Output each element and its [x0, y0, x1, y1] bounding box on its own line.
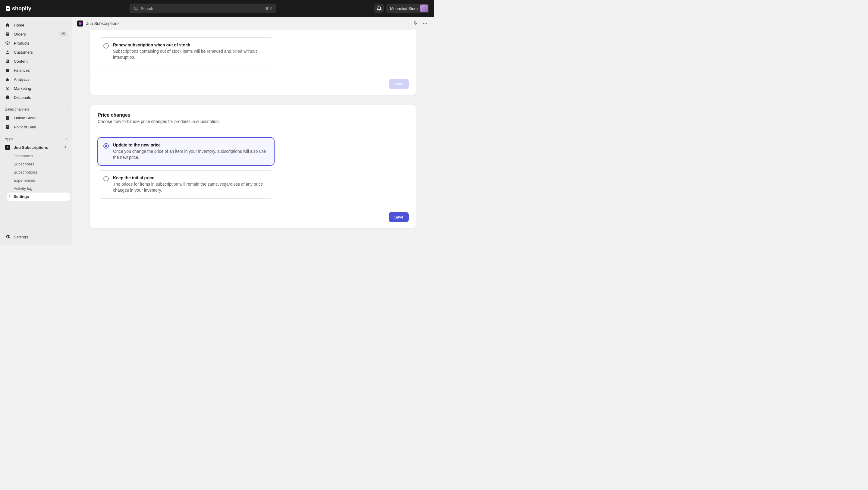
option-desc: Once you change the price of an item in …: [113, 149, 269, 160]
svg-point-20: [426, 23, 427, 24]
radio-icon: [103, 43, 109, 49]
section-title: Price changes: [98, 113, 409, 118]
option-desc: Subscriptions containing out of stock it…: [113, 49, 269, 60]
subnav-label: Experiences: [13, 178, 35, 183]
svg-rect-3: [7, 33, 9, 33]
nav-label: Content: [14, 59, 28, 64]
subnav-label: Settings: [13, 194, 29, 199]
shopify-bag-icon: [5, 5, 11, 12]
subnav-label: Subscribers: [13, 162, 34, 166]
chevron-right-icon: ›: [66, 137, 67, 141]
radio-icon: [103, 143, 109, 149]
card-header: Price changes Choose how to handle price…: [90, 105, 416, 130]
subnav-label: Dashboard: [13, 154, 33, 158]
sidebar: Home Orders 25 Products Customers Conten…: [0, 17, 72, 245]
bell-icon: [376, 6, 382, 11]
svg-point-16: [7, 147, 9, 149]
radio-icon: [103, 176, 109, 181]
search-icon: [133, 6, 138, 11]
stock-settings-card: Renew subscription when out of stock Sub…: [90, 30, 416, 95]
svg-line-1: [137, 9, 138, 10]
nav-label: Finances: [14, 68, 30, 73]
orders-badge: 25: [59, 32, 67, 36]
svg-rect-13: [6, 125, 9, 129]
sales-channels-header[interactable]: Sales channels ›: [2, 105, 70, 113]
nav-analytics[interactable]: Analytics: [2, 75, 70, 84]
nav-discounts[interactable]: Discounts: [2, 93, 70, 102]
subnav-subscriptions[interactable]: Subscriptions: [7, 168, 70, 176]
option-renew-out-of-stock[interactable]: Renew subscription when out of stock Sub…: [98, 37, 274, 65]
subnav-experiences[interactable]: Experiences: [7, 176, 70, 184]
store-menu[interactable]: Moonshot Store: [386, 4, 429, 13]
subnav-activity-log[interactable]: Activity log: [7, 184, 70, 192]
nav-settings[interactable]: Settings: [2, 232, 70, 241]
nav-label: Online Store: [14, 116, 36, 120]
nav-marketing[interactable]: Marketing: [2, 84, 70, 93]
svg-point-19: [425, 23, 426, 24]
svg-rect-12: [6, 118, 9, 120]
main-area: Juo Subscriptions Renew subscription whe…: [72, 17, 434, 245]
content-scroll[interactable]: Renew subscription when out of stock Sub…: [72, 30, 434, 245]
pin-icon[interactable]: [63, 145, 67, 150]
online-store-icon: [5, 115, 10, 121]
nav-finances[interactable]: Finances: [2, 66, 70, 75]
finances-icon: [5, 67, 10, 73]
search-shortcut: ⌘ K: [265, 6, 272, 10]
svg-rect-14: [7, 126, 8, 127]
corner-icon: └: [8, 194, 11, 198]
section-desc: Choose how to handle price changes for p…: [98, 119, 409, 124]
nav-label: Discounts: [14, 95, 31, 100]
svg-point-4: [7, 51, 8, 52]
subnav-settings[interactable]: └Settings: [7, 192, 70, 201]
option-update-new-price[interactable]: Update to the new price Once you change …: [98, 137, 274, 165]
logo-text: shopify: [12, 5, 31, 12]
subnav-label: Activity log: [13, 186, 32, 191]
nav-online-store[interactable]: Online Store: [2, 113, 70, 122]
svg-rect-6: [6, 60, 7, 61]
nav-app-juo[interactable]: Juo Subscriptions: [2, 143, 70, 152]
nav-content[interactable]: Content: [2, 57, 70, 66]
nav-home[interactable]: Home: [2, 21, 70, 30]
pin-page-button[interactable]: [411, 19, 420, 28]
notifications-button[interactable]: [374, 4, 384, 13]
nav-label: Analytics: [14, 77, 30, 82]
discounts-icon: [5, 95, 10, 100]
save-button[interactable]: Save: [389, 212, 409, 222]
option-title: Renew subscription when out of stock: [113, 42, 269, 47]
marketing-icon: [5, 86, 10, 91]
chevron-right-icon: ›: [66, 107, 67, 112]
svg-rect-2: [6, 33, 9, 36]
nav-label: Products: [14, 41, 29, 45]
more-actions-button[interactable]: [421, 19, 429, 28]
save-button-disabled: Save: [389, 79, 409, 89]
nav-products[interactable]: Products: [2, 38, 70, 48]
store-name: Moonshot Store: [390, 6, 418, 11]
price-changes-card: Price changes Choose how to handle price…: [90, 105, 416, 228]
app-header-icon: [77, 21, 83, 27]
nav-customers[interactable]: Customers: [2, 48, 70, 57]
shopify-logo[interactable]: shopify: [5, 5, 31, 12]
subnav-label: Subscriptions: [13, 170, 37, 175]
option-keep-initial-price[interactable]: Keep the initial price The prices for it…: [98, 170, 274, 198]
page-title: Juo Subscriptions: [86, 21, 120, 26]
svg-point-0: [134, 7, 137, 10]
nav-orders[interactable]: Orders 25: [2, 30, 70, 38]
customers-icon: [5, 50, 10, 55]
search-placeholder: Search: [141, 6, 153, 11]
nav-label: Orders: [14, 32, 26, 36]
gear-icon: [5, 234, 10, 240]
nav-pos[interactable]: Point of Sale: [2, 122, 70, 131]
search-input[interactable]: Search ⌘ K: [130, 4, 276, 13]
content-icon: [5, 58, 10, 64]
svg-rect-9: [8, 79, 9, 81]
apps-header[interactable]: Apps ›: [2, 135, 70, 143]
nav-label: Point of Sale: [14, 125, 36, 129]
nav-label: Marketing: [14, 86, 31, 91]
section-label: Apps: [5, 137, 13, 141]
subnav-subscribers[interactable]: Subscribers: [7, 160, 70, 168]
option-title: Update to the new price: [113, 143, 269, 147]
home-icon: [5, 22, 10, 28]
subnav-dashboard[interactable]: Dashboard: [7, 152, 70, 160]
nav-label: Home: [14, 23, 24, 27]
app-icon: [5, 145, 10, 150]
